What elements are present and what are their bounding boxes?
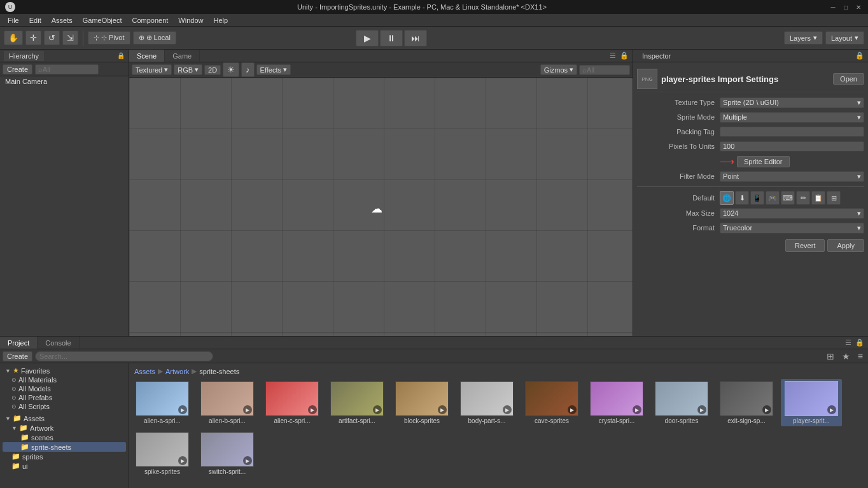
- pivot-button[interactable]: ⊹ ⊹ Pivot: [88, 31, 130, 45]
- tree-assets[interactable]: ▼ 📁 Assets: [3, 414, 126, 423]
- breadcrumb-artwork[interactable]: Artwork: [165, 368, 189, 375]
- tree-sprite-sheets[interactable]: 📁 sprite-sheets: [3, 442, 126, 452]
- gizmos-dropdown[interactable]: Gizmos ▾: [540, 64, 577, 75]
- tree-ui[interactable]: 📁 ui: [3, 461, 126, 471]
- sprite-mode-dropdown[interactable]: Multiple ▾: [720, 112, 864, 123]
- minimize-button[interactable]: ─: [829, 3, 837, 11]
- asset-item-alien-a[interactable]: ▶ alien-a-spri...: [132, 379, 193, 426]
- pause-button[interactable]: ⏸: [380, 30, 403, 46]
- project-icon-btn-2[interactable]: ★: [839, 351, 853, 362]
- platform-web-icon[interactable]: 🌐: [720, 191, 734, 205]
- effects-dropdown[interactable]: Effects ▾: [256, 64, 291, 75]
- tab-console[interactable]: Console: [38, 337, 79, 349]
- close-button[interactable]: ✕: [854, 3, 863, 11]
- asset-item-crystal[interactable]: ▶ crystal-spri...: [586, 379, 647, 426]
- local-icon: ⊕: [139, 34, 144, 42]
- search-input[interactable]: [35, 64, 99, 74]
- step-button[interactable]: ⏭: [404, 30, 427, 46]
- platform-pen-icon[interactable]: ✏: [796, 191, 810, 205]
- scene-panel-menu[interactable]: ☰: [610, 52, 620, 60]
- lighting-button[interactable]: ☀: [223, 62, 239, 77]
- bottom-panel-lock[interactable]: 🔒: [855, 338, 868, 347]
- move-tool-button[interactable]: ✛: [25, 31, 41, 45]
- maximize-button[interactable]: □: [841, 3, 850, 11]
- tab-scene[interactable]: Scene: [129, 50, 165, 62]
- scene-viewport[interactable]: ☁: [129, 78, 633, 336]
- menu-gameobject[interactable]: GameObject: [78, 15, 127, 25]
- tree-all-models[interactable]: ⊙ All Models: [3, 384, 126, 393]
- platform-clipboard-icon[interactable]: 📋: [811, 191, 825, 205]
- inspector-lock[interactable]: 🔒: [855, 52, 864, 60]
- filter-mode-dropdown[interactable]: Point ▾: [720, 171, 864, 182]
- asset-name: body-part-s...: [468, 417, 506, 424]
- asset-item-alien-c[interactable]: ▶ alien-c-spri...: [262, 379, 323, 426]
- asset-item-exit[interactable]: ▶ exit-sign-sp...: [716, 379, 777, 426]
- packing-tag-input[interactable]: [720, 127, 864, 137]
- menu-help[interactable]: Help: [208, 15, 233, 25]
- play-button[interactable]: ▶: [356, 30, 379, 46]
- asset-item-door[interactable]: ▶ door-sprites: [651, 379, 712, 426]
- rotate-tool-button[interactable]: ↺: [44, 31, 60, 45]
- project-icon-btn-3[interactable]: ≡: [855, 351, 865, 362]
- tree-scenes[interactable]: 📁 scenes: [3, 433, 126, 442]
- lock-icon[interactable]: 🔒: [117, 52, 125, 59]
- texture-type-dropdown[interactable]: Sprite (2D \ uGUI) ▾: [720, 97, 864, 108]
- max-size-dropdown[interactable]: 1024 ▾: [720, 208, 864, 219]
- menu-assets[interactable]: Assets: [46, 15, 78, 25]
- local-button[interactable]: ⊕ ⊕ Local: [133, 31, 176, 45]
- scene-panel-lock[interactable]: 🔒: [620, 52, 633, 60]
- platform-mobile-icon[interactable]: 📱: [750, 191, 764, 205]
- tab-hierarchy[interactable]: Hierarchy: [4, 51, 44, 61]
- menu-file[interactable]: File: [3, 15, 24, 25]
- layout-dropdown[interactable]: Layout ▾: [825, 31, 864, 45]
- asset-item-player[interactable]: ▶ player-sprit...: [781, 379, 842, 426]
- asset-item-body[interactable]: ▶ body-part-s...: [456, 379, 517, 426]
- open-button[interactable]: Open: [833, 73, 864, 85]
- tree-artwork[interactable]: ▼ 📁 Artwork: [3, 423, 126, 433]
- breadcrumb: Assets ▶ Artwork ▶ sprite-sheets: [132, 366, 865, 377]
- tree-all-scripts[interactable]: ⊙ All Scripts: [3, 402, 126, 411]
- hand-tool-button[interactable]: ✋: [4, 31, 23, 45]
- hierarchy-item-main-camera[interactable]: Main Camera: [0, 76, 129, 87]
- scale-tool-button[interactable]: ⇲: [62, 31, 78, 45]
- menu-component[interactable]: Component: [127, 15, 173, 25]
- asset-item-switch[interactable]: ▶ switch-sprit...: [197, 430, 258, 477]
- platform-keyboard-icon[interactable]: ⌨: [781, 191, 795, 205]
- project-search-input[interactable]: [35, 351, 213, 361]
- bottom-panel-menu[interactable]: ☰: [845, 338, 855, 347]
- tree-favorites[interactable]: ▼ ★ Favorites: [3, 366, 126, 375]
- project-icon-btn-1[interactable]: ⊞: [824, 351, 837, 362]
- apply-button[interactable]: Apply: [827, 239, 864, 252]
- asset-item-cave[interactable]: ▶ cave-sprites: [521, 379, 582, 426]
- tab-inspector[interactable]: Inspector: [637, 52, 676, 60]
- platform-grid-icon[interactable]: ⊞: [827, 191, 841, 205]
- color-mode-dropdown[interactable]: RGB ▾: [174, 64, 202, 75]
- revert-button[interactable]: Revert: [785, 239, 825, 252]
- layers-dropdown[interactable]: Layers ▾: [784, 31, 823, 45]
- tree-all-prefabs[interactable]: ⊙ All Prefabs: [3, 393, 126, 402]
- menu-edit[interactable]: Edit: [24, 15, 46, 25]
- breadcrumb-assets[interactable]: Assets: [134, 368, 155, 375]
- project-create-button[interactable]: Create: [3, 351, 32, 361]
- tree-all-materials[interactable]: ⊙ All Materials: [3, 375, 126, 384]
- asset-item-artifact[interactable]: ▶ artifact-spri...: [326, 379, 388, 426]
- format-dropdown[interactable]: Truecolor ▾: [720, 223, 864, 234]
- create-button[interactable]: Create: [3, 64, 32, 74]
- menu-window[interactable]: Window: [173, 15, 208, 25]
- sprite-editor-button[interactable]: Sprite Editor: [737, 156, 790, 167]
- platform-download-icon[interactable]: ⬇: [735, 191, 749, 205]
- 2d-button[interactable]: 2D: [204, 65, 221, 75]
- audio-button[interactable]: ♪: [241, 62, 255, 77]
- tab-project[interactable]: Project: [0, 337, 38, 349]
- pixels-to-units-input[interactable]: [720, 141, 864, 151]
- asset-item-alien-b[interactable]: ▶ alien-b-spri...: [197, 379, 258, 426]
- platform-gamepad-icon[interactable]: 🎮: [766, 191, 780, 205]
- play-overlay: ▶: [503, 405, 512, 414]
- asset-item-spike[interactable]: ▶ spike-sprites: [132, 430, 193, 477]
- scene-search-input[interactable]: [579, 65, 630, 75]
- view-mode-dropdown[interactable]: Textured ▾: [132, 64, 172, 75]
- asset-item-block[interactable]: ▶ block-sprites: [391, 379, 452, 426]
- window-controls[interactable]: ─ □ ✕: [829, 3, 863, 11]
- tree-sprites[interactable]: 📁 sprites: [3, 452, 126, 461]
- tab-game[interactable]: Game: [165, 50, 200, 62]
